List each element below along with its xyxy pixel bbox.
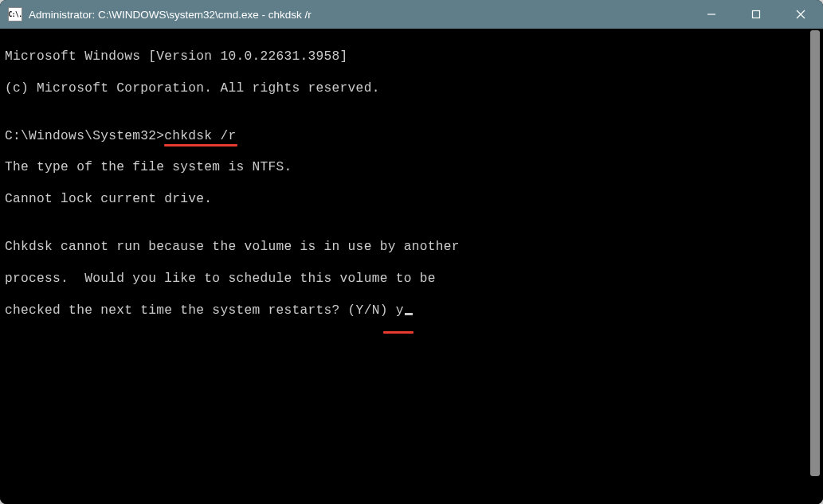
maximize-button[interactable] (734, 0, 778, 29)
user-answer: y (396, 303, 413, 318)
annotation-underline (383, 331, 413, 334)
window-controls (689, 0, 823, 29)
output-line: (c) Microsoft Corporation. All rights re… (5, 81, 805, 97)
output-line: The type of the file system is NTFS. (5, 160, 805, 176)
close-icon (796, 10, 805, 19)
close-button[interactable] (778, 0, 823, 29)
scrollbar[interactable] (809, 29, 821, 504)
svg-rect-1 (753, 11, 760, 18)
prompt-text: C:\Windows\System32> (5, 129, 164, 143)
prompt-line: C:\Windows\System32>chkdsk /r (5, 129, 805, 145)
cursor (405, 313, 413, 315)
cmd-window: C:\. Administrator: C:\WINDOWS\system32\… (0, 0, 823, 504)
output-line: Microsoft Windows [Version 10.0.22631.39… (5, 49, 805, 65)
console-output[interactable]: Microsoft Windows [Version 10.0.22631.39… (0, 29, 809, 504)
output-line: checked the next time the system restart… (5, 303, 805, 319)
cmd-icon: C:\. (8, 7, 22, 21)
maximize-icon (751, 10, 761, 19)
titlebar[interactable]: C:\. Administrator: C:\WINDOWS\system32\… (0, 0, 823, 29)
minimize-icon (707, 10, 716, 19)
console-area: Microsoft Windows [Version 10.0.22631.39… (0, 29, 823, 504)
output-line: process. Would you like to schedule this… (5, 272, 805, 287)
output-line: Chkdsk cannot run because the volume is … (5, 240, 805, 256)
annotation-underline (164, 144, 237, 147)
command-text: chkdsk /r (164, 129, 236, 143)
window-title: Administrator: C:\WINDOWS\system32\cmd.e… (29, 9, 689, 21)
output-line: Cannot lock current drive. (5, 192, 805, 208)
scrollbar-thumb[interactable] (810, 30, 820, 476)
minimize-button[interactable] (689, 0, 734, 29)
